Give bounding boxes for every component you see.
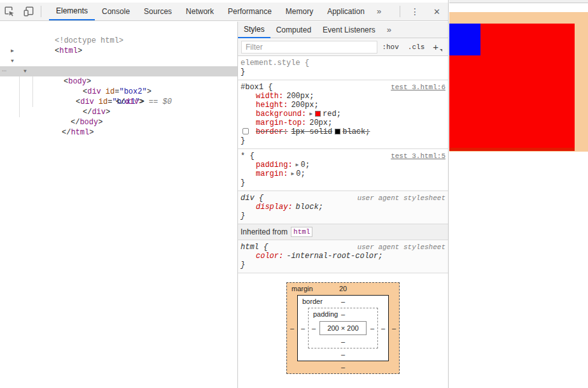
rule-close-line: } (241, 136, 445, 145)
border-left-value[interactable]: – (301, 324, 305, 333)
expand-arrow-icon[interactable]: ▶ (296, 162, 299, 168)
padding-label: padding (313, 308, 338, 320)
padding-left-value[interactable]: – (312, 324, 316, 333)
property-value: block; (296, 203, 323, 212)
css-property-row[interactable]: width:200px; (241, 92, 445, 101)
toggle-class-button[interactable]: .cls (403, 43, 429, 51)
color-swatch-red[interactable] (315, 111, 321, 117)
margin-right-value[interactable]: – (392, 324, 396, 333)
toggle-pseudo-state-button[interactable]: :hov (377, 43, 403, 51)
content-size-value: 200 × 200 (327, 324, 358, 332)
more-tabs-icon[interactable]: » (372, 3, 386, 20)
inspected-page-viewport (449, 0, 588, 388)
color-swatch-black[interactable] (335, 129, 340, 134)
tab-sources[interactable]: Sources (137, 3, 179, 20)
more-tabs-icon[interactable]: » (381, 22, 397, 38)
dom-row-div-box2[interactable]: <divid="box2"> (0, 76, 237, 87)
css-property-row[interactable]: display:block; (241, 203, 445, 212)
rule-close-brace: } (241, 261, 245, 269)
rule-close-line: } (241, 261, 445, 269)
margin-bottom-value[interactable]: – (341, 363, 345, 371)
property-value: 20px; (309, 119, 332, 127)
rule-close-line: } (241, 178, 445, 187)
box1-overlay-tint (449, 148, 575, 151)
margin-top-value[interactable]: 20 (339, 285, 347, 292)
css-property-row[interactable]: color:-internal-root-color; (241, 252, 445, 261)
dom-row-head[interactable]: ▶ <head>…</head> (0, 46, 237, 56)
property-enable-checkbox[interactable] (242, 128, 249, 134)
padding-right-value[interactable]: – (370, 324, 374, 333)
code-token: > (89, 128, 94, 137)
css-property-row-disabled[interactable]: border:1px solidblack; (241, 127, 445, 136)
tab-console[interactable]: Console (95, 3, 137, 20)
close-icon[interactable]: ✕ (426, 7, 448, 17)
rule-selector-line: html { user agent stylesheet (241, 243, 445, 252)
border-label: border (302, 296, 323, 308)
rule-html-user-agent[interactable]: html { user agent stylesheet color:-inte… (238, 240, 448, 273)
tab-elements[interactable]: Elements (49, 3, 95, 20)
rule-div-user-agent[interactable]: div { user agent stylesheet display:bloc… (238, 191, 448, 224)
tab-computed[interactable]: Computed (270, 22, 317, 38)
css-property-row[interactable]: padding:▶0; (241, 161, 445, 169)
devtools-menu-icon[interactable]: ⋮ (404, 6, 426, 17)
inspect-element-icon[interactable] (0, 3, 19, 20)
stylesheet-source-link[interactable]: test 3.html:5 (391, 152, 445, 161)
dom-row-doctype[interactable]: <!doctype html> (0, 25, 237, 36)
collapse-arrow-icon[interactable]: ▼ (11, 56, 14, 66)
tab-styles[interactable]: Styles (238, 22, 270, 38)
dom-row-html-open[interactable]: <html> (0, 36, 237, 46)
css-property-row[interactable]: margin-top:20px; (241, 119, 445, 127)
inspect-cursor-glyph (4, 6, 15, 17)
tab-application[interactable]: Application (320, 3, 372, 20)
expand-arrow-icon[interactable]: ▶ (291, 171, 294, 176)
css-property-row[interactable]: background:▶red; (241, 110, 445, 119)
padding-bottom-value[interactable]: – (341, 338, 345, 345)
box-model-padding[interactable]: padding – – 200 × 200 – – (308, 308, 378, 348)
property-name: border: (256, 127, 288, 136)
styles-filter-input[interactable] (241, 41, 377, 54)
expand-arrow-icon[interactable]: ▶ (309, 111, 312, 117)
dom-row-div-box1-selected[interactable]: … ▼ <divid="box1">== $0 (0, 66, 237, 76)
device-toolbar-icon[interactable] (19, 3, 38, 20)
box-model-content[interactable]: 200 × 200 (319, 321, 366, 335)
padding-top-value[interactable]: – (341, 310, 345, 318)
rule-universal[interactable]: * { test 3.html:5 padding:▶0; margin:▶0;… (238, 149, 448, 191)
border-top-row: border – (298, 296, 388, 308)
dom-row-html-close[interactable]: </html> (0, 117, 237, 127)
border-bottom-value[interactable]: – (341, 350, 345, 358)
property-value: red; (323, 110, 341, 119)
dom-row-body-close[interactable]: </body> (0, 107, 237, 117)
expand-arrow-icon[interactable]: ▶ (11, 46, 14, 56)
inherited-node-chip[interactable]: html (291, 227, 312, 237)
css-property-row[interactable]: margin:▶0; (241, 169, 445, 178)
devtools-toolbar: Elements Console Sources Network Perform… (0, 0, 448, 21)
border-top-value[interactable]: – (341, 298, 345, 305)
inherited-from-label: Inherited from (241, 227, 288, 236)
dom-row-body-open[interactable]: ▼ <body> (0, 56, 237, 66)
tab-event-listeners[interactable]: Event Listeners (317, 22, 381, 38)
rule-element-style[interactable]: element.style { } (238, 56, 448, 80)
dom-row-div-box2-close[interactable]: </div> (0, 87, 237, 97)
property-name: padding: (256, 161, 293, 169)
styles-rule-list: element.style { } #box1 { test 3.html:6 … (238, 56, 448, 388)
new-style-rule-button[interactable]: + (429, 41, 440, 52)
css-property-row[interactable]: height:200px; (241, 101, 445, 110)
tab-performance[interactable]: Performance (221, 3, 279, 20)
stylesheet-source-link[interactable]: test 3.html:6 (391, 83, 445, 92)
dom-row-div-box1-close[interactable]: </div> (0, 97, 237, 107)
collapse-arrow-icon[interactable]: ▼ (24, 66, 27, 76)
rule-box1[interactable]: #box1 { test 3.html:6 width:200px; heigh… (238, 80, 448, 149)
margin-left-value[interactable]: – (290, 324, 294, 333)
tab-memory[interactable]: Memory (279, 3, 320, 20)
box-model-border[interactable]: border – – padding – – (297, 295, 389, 361)
rule-selector-line: element.style { (241, 59, 445, 68)
border-right-value[interactable]: – (381, 324, 385, 333)
margin-top-row: margin 20 (287, 283, 399, 295)
property-name: display: (256, 203, 293, 212)
box-model-margin[interactable]: margin 20 – border – – (286, 282, 400, 374)
property-value: 200px; (286, 92, 314, 101)
node-options-dots-icon[interactable]: … (2, 64, 7, 75)
tab-network[interactable]: Network (179, 3, 221, 20)
property-name: color: (256, 252, 283, 261)
box-model-section: margin 20 – border – – (238, 273, 448, 379)
